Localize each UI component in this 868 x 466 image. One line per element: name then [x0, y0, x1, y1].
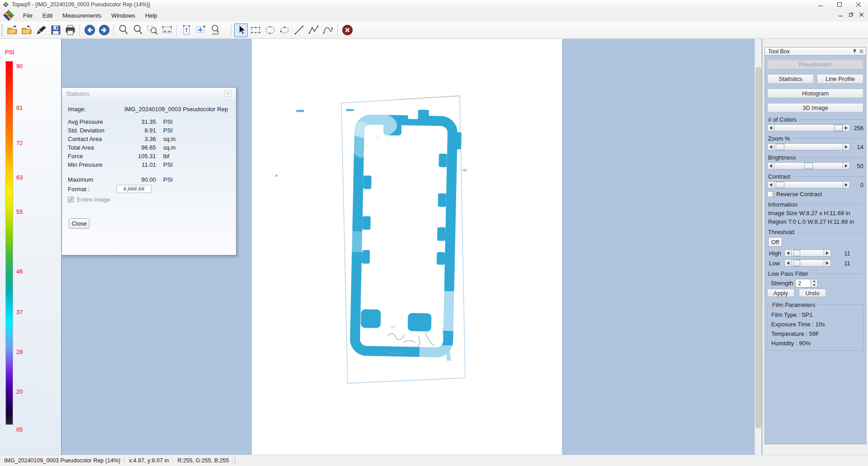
lowpass-section-label: Low Pass Filter: [768, 270, 863, 277]
zoom-actual-size-icon[interactable]: 100%: [208, 24, 222, 37]
slider-right-arrow[interactable]: [824, 259, 831, 267]
slider-thumb[interactable]: [793, 250, 800, 256]
3d-image-tab-button[interactable]: 3D Image: [767, 103, 863, 113]
lasso-select-icon[interactable]: [278, 24, 291, 37]
rect-select-icon[interactable]: [249, 24, 262, 37]
slider-left-arrow[interactable]: [767, 124, 774, 132]
histogram-tab-button[interactable]: Histogram: [767, 89, 863, 98]
scale-tick: 28: [16, 348, 30, 355]
statistics-dialog-close-icon[interactable]: ×: [224, 90, 231, 97]
region-info: Region T:0 L:0 W:8.27 H:11.69 in: [768, 218, 863, 225]
film-type-line: Film Type : SP1: [771, 311, 859, 318]
toolbar-grip[interactable]: [1, 24, 3, 36]
minimize-button[interactable]: [811, 0, 830, 9]
slider-right-arrow[interactable]: [843, 143, 850, 151]
scale-tick: 55: [16, 208, 30, 215]
line-tool-icon[interactable]: [292, 24, 306, 37]
threshold-low-slider[interactable]: [784, 259, 831, 267]
open-file-icon[interactable]: [5, 24, 19, 37]
delete-annotation-icon[interactable]: [340, 24, 354, 37]
spin-down-icon[interactable]: [811, 283, 817, 287]
save-icon[interactable]: [49, 24, 62, 37]
undo-button[interactable]: Undo: [799, 289, 826, 297]
reverse-contrast-label: Reverse Contrast: [776, 191, 822, 198]
zoom-out-icon[interactable]: [131, 24, 145, 37]
stat-row: Avg Pressure 31.35 PSI: [68, 118, 230, 126]
humidity-line: Humidity : 90%: [771, 340, 859, 347]
menu-edit[interactable]: Edit: [38, 10, 57, 21]
slider-thumb[interactable]: [804, 163, 813, 169]
slider-right-arrow[interactable]: [843, 124, 850, 132]
statistics-tab-button[interactable]: Statistics: [767, 74, 814, 84]
toolbox-title: Tool Box: [768, 48, 790, 55]
slider-right-arrow[interactable]: [843, 181, 850, 188]
menu-file[interactable]: File: [18, 10, 38, 21]
slider-thumb[interactable]: [776, 182, 784, 188]
strength-label: Strength: [767, 280, 795, 287]
brightness-slider[interactable]: [767, 162, 850, 169]
print-icon[interactable]: [63, 24, 77, 37]
brightness-value: 50: [850, 163, 863, 169]
forward-icon[interactable]: [97, 24, 111, 37]
slider-thumb[interactable]: [834, 125, 843, 131]
reverse-contrast-checkbox[interactable]: [767, 191, 773, 197]
statistics-dialog-titlebar[interactable]: Statistics ×: [62, 88, 236, 99]
scrollbar-thumb[interactable]: [755, 67, 761, 428]
menu-measurements[interactable]: Measurements: [57, 10, 106, 21]
threshold-high-slider[interactable]: [784, 249, 831, 257]
slider-right-arrow[interactable]: [843, 162, 850, 169]
mdi-restore-button[interactable]: [846, 11, 856, 19]
format-input[interactable]: #,###.##: [116, 185, 151, 193]
scan-pen-icon[interactable]: [34, 24, 48, 37]
strength-spinner[interactable]: 2: [795, 279, 818, 287]
slider-thumb[interactable]: [793, 260, 800, 266]
close-button[interactable]: [849, 0, 868, 9]
slider-left-arrow[interactable]: [767, 143, 774, 151]
fit-width-icon[interactable]: [160, 24, 174, 37]
scanned-page[interactable]: [252, 39, 562, 455]
contrast-value: 0: [850, 182, 863, 188]
fit-page-icon[interactable]: [179, 24, 193, 37]
import-file-icon[interactable]: [20, 24, 33, 37]
toolbar-separator: [113, 24, 114, 36]
pressure-colorbar: [5, 61, 13, 425]
status-cursor-position: x:4.87, y:8.07 in: [125, 457, 173, 465]
zoom-in-icon[interactable]: [117, 24, 130, 37]
slider-left-arrow[interactable]: [784, 249, 792, 257]
pin-icon[interactable]: [852, 49, 857, 54]
slider-left-arrow[interactable]: [767, 181, 774, 188]
image-canvas[interactable]: Statistics × Image: IMG_20240109_0003 Ps…: [62, 39, 762, 455]
back-icon[interactable]: [83, 24, 96, 37]
apply-button[interactable]: Apply: [767, 289, 794, 297]
ellipse-select-icon[interactable]: [263, 24, 277, 37]
num-colors-slider[interactable]: [767, 124, 850, 132]
slider-thumb[interactable]: [776, 144, 784, 150]
select-arrow-icon[interactable]: [234, 24, 248, 37]
slider-left-arrow[interactable]: [784, 259, 792, 267]
menu-windows[interactable]: Windows: [106, 10, 140, 21]
scale-tick: 05: [16, 426, 30, 433]
threshold-off-button[interactable]: Off: [768, 237, 782, 247]
vertical-scrollbar[interactable]: [755, 39, 761, 455]
polyline-tool-icon[interactable]: [307, 24, 320, 37]
brightness-label: Brightness: [768, 154, 863, 161]
toolbox-close-icon[interactable]: [859, 49, 864, 54]
slider-right-arrow[interactable]: [824, 249, 831, 257]
mdi-close-button[interactable]: [857, 11, 866, 19]
line-profile-tab-button[interactable]: Line Profile: [817, 74, 863, 84]
mdi-minimize-button[interactable]: [836, 11, 845, 19]
close-dialog-button[interactable]: Close: [69, 218, 90, 229]
zoom-slider[interactable]: [767, 143, 850, 151]
spin-up-icon[interactable]: [811, 279, 817, 283]
entire-image-checkbox[interactable]: [68, 197, 74, 202]
menu-help[interactable]: Help: [140, 10, 162, 21]
fit-region-icon[interactable]: [194, 24, 208, 37]
status-grip: [235, 457, 236, 465]
curve-tool-icon[interactable]: [321, 24, 335, 37]
maximize-button[interactable]: [830, 0, 849, 9]
slider-left-arrow[interactable]: [767, 162, 774, 169]
pseudocolor-tab-button[interactable]: Pseudocolor: [767, 60, 863, 69]
toolbox-header[interactable]: Tool Box: [764, 47, 866, 56]
zoom-region-icon[interactable]: [146, 24, 159, 37]
contrast-slider[interactable]: [767, 181, 850, 188]
